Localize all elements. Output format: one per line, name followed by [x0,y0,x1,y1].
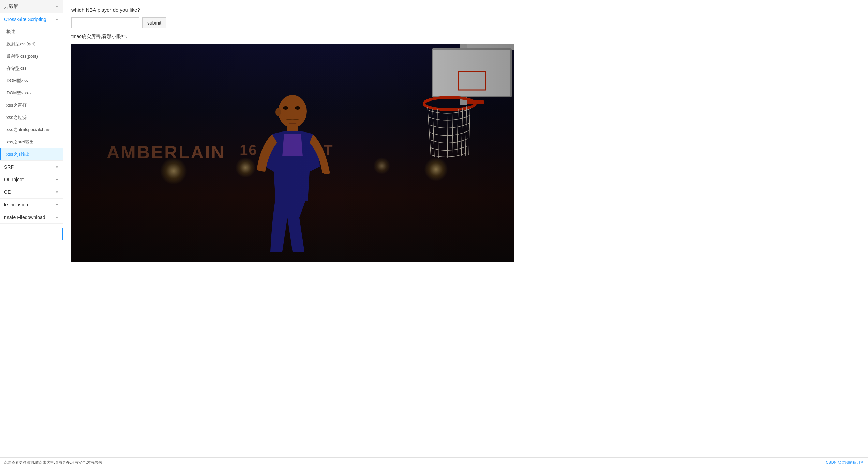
svg-line-6 [428,107,431,156]
result-text: tmac确实厉害,看那小眼神.. [71,34,860,40]
file-inclusion-label: le Inclusion [4,202,28,207]
csrf-label: SRF [4,164,14,170]
svg-line-15 [469,105,470,155]
footer-left-text: 点击查看更多漏洞,请点击这里,查看更多,只有安全,才有未来 [4,460,102,465]
sidebar-item-csrf[interactable]: SRF ▼ [0,161,63,173]
player-input[interactable] [71,17,139,28]
basketball-image: AMBERLAIN 16 ALVIN AT [71,44,514,262]
sidebar-item-file-inclusion[interactable]: le Inclusion ▼ [0,199,63,211]
main-content: which NBA player do you like? submit tma… [63,0,868,467]
footer-bar: 点击查看更多漏洞,请点击这里,查看更多,只有安全,才有未来 CSDN @过期的秋… [0,457,868,467]
arena-text-chamberlain: AMBERLAIN [107,142,225,162]
svg-line-8 [438,109,438,158]
svg-line-13 [461,108,463,156]
sidebar-item-js-output[interactable]: xss之js输出 [0,148,63,160]
rce-chevron: ▼ [55,190,59,194]
footer-right-text: CSDN @过期的秋刀鱼 [826,460,864,465]
sidebar-section-file-inclusion: le Inclusion ▼ [0,199,63,211]
sidebar-item-dom[interactable]: DOM型xss [0,75,63,87]
brute-force-chevron: ▼ [55,5,59,9]
svg-line-11 [452,109,453,158]
xss-chevron: ▼ [55,18,59,21]
svg-line-14 [465,106,467,156]
input-row: submit [71,17,860,28]
sidebar-item-stored[interactable]: 存储型xss [0,62,63,75]
sidebar-collapse-handle[interactable] [62,228,63,240]
sidebar-item-dom-x[interactable]: DOM型xss-x [0,87,63,99]
sidebar-section-xss: Cross-Site Scripting ▼ 概述 反射型xss(get) 反射… [0,13,63,161]
sidebar-item-sql[interactable]: QL-Inject ▼ [0,173,63,186]
sql-chevron: ▼ [55,178,59,182]
sidebar-item-href[interactable]: xss之href输出 [0,136,63,148]
sidebar-section-brute-force: 力破解 ▼ [0,0,63,13]
sidebar-section-file-download: nsafe Filedownload ▼ [0,211,63,224]
sidebar-item-xss-header[interactable]: Cross-Site Scripting ▼ [0,13,63,26]
submit-button[interactable]: submit [142,17,166,28]
sidebar-item-reflected-get[interactable]: 反射型xss(get) [0,38,63,50]
sidebar-item-blind[interactable]: xss之盲打 [0,99,63,111]
svg-point-19 [283,106,288,110]
sidebar-item-rce[interactable]: CE ▼ [0,186,63,198]
court-scene: AMBERLAIN 16 ALVIN AT [71,44,514,262]
file-download-label: nsafe Filedownload [4,215,45,220]
sidebar-item-file-download[interactable]: nsafe Filedownload ▼ [0,211,63,223]
sidebar-section-sql: QL-Inject ▼ [0,173,63,186]
csrf-chevron: ▼ [55,165,59,169]
question-text: which NBA player do you like? [71,7,860,13]
sidebar-section-csrf: SRF ▼ [0,161,63,173]
sidebar-item-reflected-post[interactable]: 反射型xss(post) [0,50,63,62]
svg-point-16 [278,95,307,128]
file-download-chevron: ▼ [55,216,59,219]
xss-label: Cross-Site Scripting [4,17,46,22]
svg-line-12 [457,109,458,157]
svg-point-20 [295,106,300,110]
sidebar-item-htmlspecialchars[interactable]: xss之htmlspecialchars [0,124,63,136]
brute-force-label: 力破解 [4,3,18,10]
sidebar-item-overview[interactable]: 概述 [0,26,63,38]
backboard-svg [368,44,514,173]
player-svg [240,71,349,262]
sql-label: QL-Inject [4,177,24,182]
rce-label: CE [4,189,11,195]
svg-line-7 [433,109,434,157]
sidebar-item-filter[interactable]: xss之过滤 [0,111,63,124]
svg-line-10 [447,110,448,158]
sidebar-section-rce: CE ▼ [0,186,63,199]
file-inclusion-chevron: ▼ [55,203,59,207]
svg-rect-5 [467,100,484,104]
sidebar: 力破解 ▼ Cross-Site Scripting ▼ 概述 反射型xss(g… [0,0,63,467]
svg-point-18 [275,108,281,116]
sidebar-item-brute-force[interactable]: 力破解 ▼ [0,0,63,13]
